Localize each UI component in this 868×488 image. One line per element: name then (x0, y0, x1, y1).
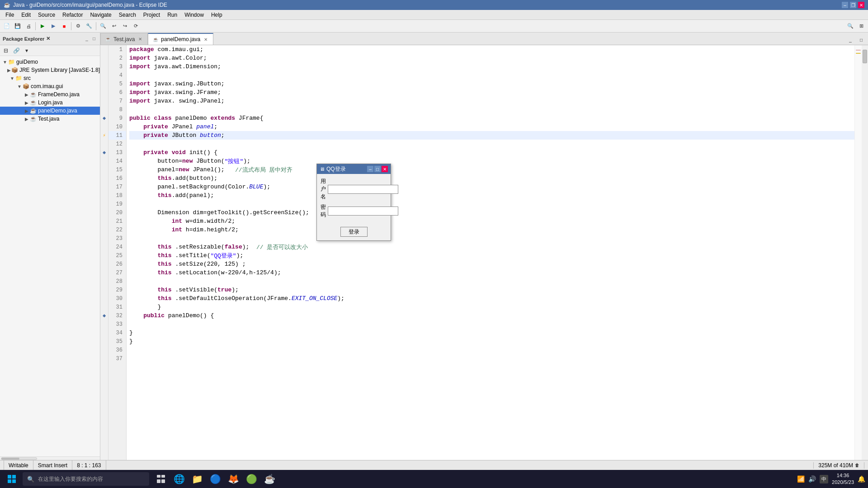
tree-item-test[interactable]: ▶ ☕ Test.java (0, 115, 100, 123)
toolbar-btn-6[interactable]: ↪ (120, 21, 130, 31)
package-explorer-title: Package Explorer (3, 36, 44, 42)
tree-item-login[interactable]: ▶ ☕ Login.java (0, 99, 100, 107)
status-position: 8 : 1 : 163 (72, 460, 106, 470)
dialog-close-btn[interactable]: ✕ (382, 166, 388, 172)
taskbar-network-icon: 📶 (797, 475, 805, 483)
toolbar-btn-7[interactable]: ⟳ (131, 21, 141, 31)
menu-refactor[interactable]: Refactor (59, 11, 86, 19)
tree-item-package[interactable]: ▼ 📦 com.imau.gui (0, 82, 100, 90)
tree-item-paneldemo[interactable]: ▶ ☕ panelDemo.java (0, 107, 100, 115)
dialog-restore-btn[interactable]: □ (374, 166, 381, 172)
dialog-minimize-btn[interactable]: – (367, 166, 373, 172)
code-line-22: int h=dim.height/2; (129, 225, 854, 234)
code-content[interactable]: package com.imau.gui; import java.awt.Co… (127, 45, 854, 460)
taskbar-edge[interactable]: 🌐 (171, 471, 187, 487)
minimize-button[interactable]: – (842, 2, 848, 8)
code-line-32: public panelDemo() { (129, 311, 854, 320)
toolbar-btn-3[interactable]: ⚙ (73, 21, 83, 31)
tab-close-paneldemo[interactable]: ✕ (203, 37, 208, 42)
tab-maximize-btn[interactable]: □ (856, 35, 866, 45)
taskbar-explorer[interactable]: 📁 (189, 471, 205, 487)
vertical-scrollbar[interactable] (862, 45, 868, 460)
menu-edit[interactable]: Edit (18, 11, 34, 19)
toolbar-btn-4[interactable]: 🔧 (84, 21, 94, 31)
username-input[interactable] (328, 185, 398, 194)
tab-icon-test: ☕ (105, 37, 111, 42)
taskbar-app1[interactable]: 🦊 (225, 471, 241, 487)
notification-icon[interactable]: 🔔 (858, 475, 865, 483)
tab-minimize-btn[interactable]: _ (845, 35, 855, 45)
tab-test-java[interactable]: ☕ Test.java ✕ (100, 33, 148, 45)
collapse-all-btn[interactable]: ⊟ (1, 46, 11, 56)
toolbar-btn-5[interactable]: ↩ (109, 21, 119, 31)
print-button[interactable]: 🖨 (24, 21, 33, 31)
sidebar-header: Package Explorer ✕ _ □ (0, 33, 100, 45)
java-icon-pd: ☕ (30, 108, 37, 114)
status-memory[interactable]: 325M of 410M 🗑 (813, 462, 864, 469)
svg-rect-6 (157, 479, 160, 483)
java-icon-lg: ☕ (30, 99, 37, 106)
login-button[interactable]: 登录 (340, 227, 368, 237)
code-line-27: this .setLocation(w-220/4,h-125/4); (129, 268, 854, 277)
taskbar-time[interactable]: 14:36 2020/5/23 (832, 472, 854, 486)
tree-item-guidemo[interactable]: ▼ 📁 guiDemo (0, 58, 100, 66)
taskbar-chrome[interactable]: 🔵 (207, 471, 223, 487)
code-line-26: this .setSize(220, 125) ; (129, 260, 854, 268)
tree-item-jre[interactable]: ▶ 📦 JRE System Library [JavaSE-1.8] (0, 66, 100, 74)
menu-help[interactable]: Help (208, 11, 226, 19)
package-explorer-panel: Package Explorer ✕ _ □ ⊟ 🔗 ▾ ▼ 📁 guiDemo… (0, 33, 100, 460)
taskbar-search-box[interactable]: 🔍 在这里输入你要搜索的内容 (23, 472, 149, 486)
sidebar-maximize-btn[interactable]: □ (91, 36, 97, 42)
expand-icon: ▼ (2, 59, 8, 65)
tree-item-src[interactable]: ▼ 📁 src (0, 74, 100, 82)
menu-window[interactable]: Window (181, 11, 208, 19)
menu-source[interactable]: Source (34, 11, 59, 19)
link-editor-btn[interactable]: 🔗 (11, 46, 21, 56)
scrollbar-thumb[interactable] (863, 50, 867, 63)
toolbar-sep-1 (35, 22, 36, 30)
menu-project[interactable]: Project (140, 11, 164, 19)
taskbar-app2[interactable]: 🟢 (243, 471, 259, 487)
position-text: 8 : 1 : 163 (77, 462, 101, 469)
status-writable: Writable (4, 460, 33, 470)
code-line-2: import java.awt.Color; (129, 54, 854, 62)
menu-run[interactable]: Run (164, 11, 181, 19)
start-button[interactable] (3, 472, 21, 486)
package-explorer-close-icon[interactable]: ✕ (46, 36, 50, 42)
search-toolbar-btn[interactable]: 🔍 (98, 21, 108, 31)
expand-icon-jre: ▶ (7, 67, 11, 73)
search-bar-btn[interactable]: 🔍 (845, 21, 855, 31)
taskbar-app3[interactable]: ☕ (261, 471, 278, 487)
password-input[interactable] (328, 206, 398, 216)
line-numbers: 1 2 3 4 5 6 7 8 9 10 11 12 13 14 15 16 1… (108, 45, 127, 460)
perspective-btn[interactable]: ⊞ (856, 21, 866, 31)
sidebar-view-menu-btn[interactable]: ▾ (22, 46, 32, 56)
restore-button[interactable]: ❐ (850, 2, 856, 8)
toolbar-sep-3 (96, 22, 96, 30)
code-line-37 (129, 354, 854, 363)
debug-button[interactable]: ▶ (38, 21, 47, 31)
close-button[interactable]: ✕ (858, 2, 864, 8)
menu-navigate[interactable]: Navigate (86, 11, 115, 19)
save-button[interactable]: 💾 (13, 21, 23, 31)
tab-paneldemo-java[interactable]: ☕ panelDemo.java ✕ (148, 33, 213, 45)
code-line-5: import javax.swing.JButton; (129, 80, 854, 88)
run-button[interactable]: ▶ (48, 21, 58, 31)
code-line-28 (129, 277, 854, 286)
tree-label-jre: JRE System Library [JavaSE-1.8] (19, 67, 100, 73)
taskbar-task-view[interactable] (153, 471, 169, 487)
tree-label-package: com.imau.gui (31, 83, 63, 89)
dialog-footer: 登录 (317, 225, 391, 240)
code-line-11: private JButton button; (129, 131, 854, 140)
toolbar-1: 📄 💾 🖨 ▶ ▶ ■ ⚙ 🔧 🔍 ↩ ↪ ⟳ 🔍 ⊞ (0, 20, 868, 33)
stop-button[interactable]: ■ (59, 21, 69, 31)
tree-item-framedemo[interactable]: ▶ ☕ FrameDemo.java (0, 90, 100, 99)
new-button[interactable]: 📄 (2, 21, 12, 31)
sidebar-minimize-btn[interactable]: _ (84, 36, 90, 42)
tab-close-test[interactable]: ✕ (137, 36, 143, 42)
menu-search[interactable]: Search (115, 11, 140, 19)
code-editor[interactable]: ◆ ⚡ ◆ (100, 45, 868, 460)
java-icon-fd: ☕ (30, 91, 37, 98)
window-icon: ☕ (4, 2, 10, 8)
menu-file[interactable]: File (2, 11, 18, 19)
